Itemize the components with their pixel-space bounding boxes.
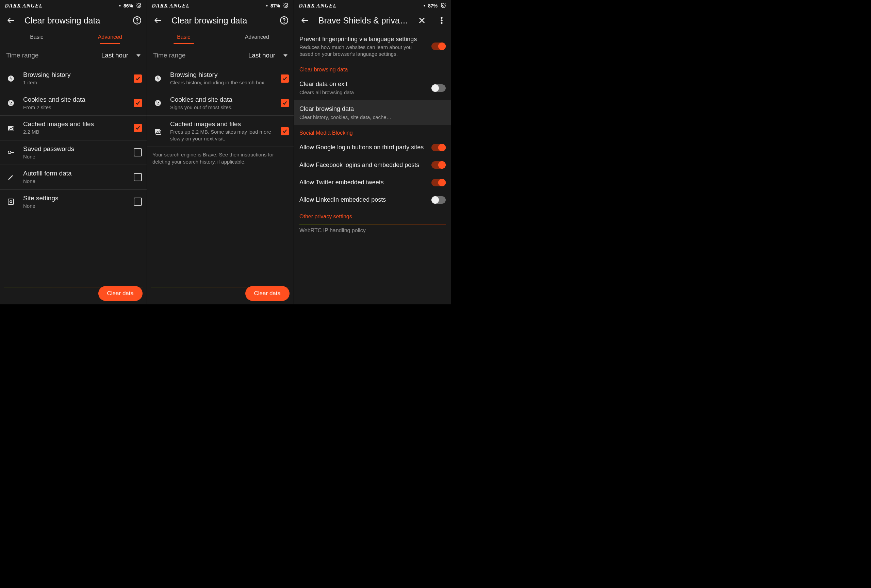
page-title: Brave Shields & priva… <box>319 16 408 25</box>
item-title: Saved passwords <box>23 145 127 153</box>
section-header: Clear browsing data <box>294 62 451 76</box>
time-range-row[interactable]: Time range Last hour <box>147 44 293 66</box>
list-item[interactable]: Autofill form data None <box>0 164 147 190</box>
carrier-label: DARK ANGEL <box>299 3 337 9</box>
checkbox[interactable] <box>134 148 142 157</box>
carrier-label: DARK ANGEL <box>5 3 42 9</box>
devil-icon <box>136 2 142 9</box>
tabs: Basic Advanced <box>147 31 293 44</box>
setting-row[interactable]: Allow Google login buttons on third part… <box>294 139 451 156</box>
setting-title: Clear browsing data <box>299 105 446 113</box>
item-sub: Frees up 2.2 MB. Some sites may load mor… <box>170 128 275 142</box>
toggle[interactable] <box>431 179 446 187</box>
page-title: Clear browsing data <box>24 16 124 25</box>
list-item[interactable]: Browsing history 1 item <box>0 66 147 91</box>
time-range-dropdown[interactable]: Last hour <box>102 52 141 59</box>
svg-point-33 <box>441 20 442 21</box>
item-title: Cookies and site data <box>170 96 275 103</box>
svg-point-23 <box>157 102 157 103</box>
toggle[interactable] <box>431 84 446 92</box>
tab-basic[interactable]: Basic <box>0 31 73 44</box>
svg-point-4 <box>137 22 138 22</box>
time-range-label: Time range <box>153 52 186 59</box>
toggle[interactable] <box>431 161 446 169</box>
checkbox[interactable] <box>281 99 289 107</box>
overflow-menu-button[interactable] <box>436 14 448 27</box>
toggle[interactable] <box>431 144 446 151</box>
checkbox[interactable] <box>134 99 142 107</box>
svg-point-25 <box>157 104 158 105</box>
button-bar: Clear data <box>151 287 290 301</box>
svg-point-9 <box>10 104 11 105</box>
image-icon <box>5 124 17 132</box>
back-button[interactable] <box>299 14 311 27</box>
status-dot: • <box>266 3 268 9</box>
setting-row[interactable]: Allow Facebook logins and embedded posts <box>294 157 451 174</box>
item-title: Cached images and files <box>23 120 127 128</box>
help-button[interactable] <box>278 14 290 27</box>
checkbox[interactable] <box>281 75 289 83</box>
clear-data-list: Browsing history Clears history, includi… <box>147 66 293 147</box>
item-sub: Clears history, including in the search … <box>170 79 275 86</box>
chevron-down-icon <box>136 54 141 57</box>
close-button[interactable] <box>416 14 428 27</box>
item-sub: None <box>23 154 127 160</box>
setting-row-cutoff[interactable]: WebRTC IP handling policy <box>294 227 451 234</box>
settings-box-icon <box>5 198 17 206</box>
svg-point-24 <box>158 102 159 103</box>
battery-label: 87% <box>428 3 437 9</box>
svg-point-13 <box>8 151 11 154</box>
battery-label: 87% <box>271 3 280 9</box>
battery-label: 86% <box>124 3 133 9</box>
back-button[interactable] <box>5 14 17 27</box>
tab-advanced[interactable]: Advanced <box>73 31 147 44</box>
footer-note: Your search engine is Brave. See their i… <box>147 147 293 169</box>
list-item[interactable]: Browsing history Clears history, includi… <box>147 66 293 91</box>
setting-row[interactable]: Allow LinkedIn embedded posts <box>294 191 451 209</box>
list-item[interactable]: Cookies and site data From 2 sites <box>0 91 147 116</box>
time-range-dropdown[interactable]: Last hour <box>248 52 287 59</box>
item-sub: None <box>23 178 127 185</box>
clear-data-button[interactable]: Clear data <box>245 286 290 301</box>
item-sub: From 2 sites <box>23 104 127 111</box>
list-item[interactable]: Cookies and site data Signs you out of m… <box>147 91 293 116</box>
svg-point-20 <box>284 22 284 22</box>
time-range-row[interactable]: Time range Last hour <box>0 44 147 66</box>
list-item[interactable]: Saved passwords None <box>0 140 147 165</box>
svg-point-8 <box>11 102 12 103</box>
checkbox[interactable] <box>134 124 142 132</box>
checkbox[interactable] <box>281 127 289 135</box>
checkbox[interactable] <box>134 173 142 181</box>
status-bar: DARK ANGEL • 86% <box>0 0 147 10</box>
list-item[interactable]: Cached images and files Frees up 2.2 MB.… <box>147 115 293 147</box>
status-dot: • <box>119 3 121 9</box>
setting-row[interactable]: Allow Twitter embedded tweets <box>294 174 451 191</box>
list-item[interactable]: Cached images and files 2.2 MB <box>0 115 147 140</box>
svg-point-18 <box>286 5 287 6</box>
toggle[interactable] <box>431 43 446 50</box>
tab-advanced[interactable]: Advanced <box>220 31 294 44</box>
setting-title: Allow Google login buttons on third part… <box>299 143 427 151</box>
setting-sub: Clears all browsing data <box>299 89 427 96</box>
time-range-value: Last hour <box>248 52 275 59</box>
setting-row[interactable]: Clear data on exit Clears all browsing d… <box>294 76 451 100</box>
checkbox[interactable] <box>134 198 142 206</box>
app-bar: Clear browsing data <box>147 10 293 31</box>
list-item[interactable]: Site settings None <box>0 190 147 215</box>
toggle[interactable] <box>431 196 446 204</box>
checkbox[interactable] <box>134 75 142 83</box>
svg-point-1 <box>138 5 138 6</box>
back-button[interactable] <box>152 14 164 27</box>
status-bar: DARK ANGEL • 87% <box>294 0 451 10</box>
button-bar: Clear data <box>4 287 142 301</box>
svg-point-22 <box>155 100 161 106</box>
clock-icon <box>152 75 164 83</box>
panel-basic: DARK ANGEL • 87% Clear browsing data Bas… <box>147 0 294 304</box>
item-title: Cookies and site data <box>23 96 127 103</box>
setting-row[interactable]: Prevent fingerprinting via language sett… <box>294 31 451 62</box>
tab-basic[interactable]: Basic <box>147 31 220 44</box>
image-icon <box>152 127 164 135</box>
setting-row-highlighted[interactable]: Clear browsing data Clear history, cooki… <box>294 100 451 125</box>
clear-data-button[interactable]: Clear data <box>98 286 142 301</box>
help-button[interactable] <box>131 14 143 27</box>
